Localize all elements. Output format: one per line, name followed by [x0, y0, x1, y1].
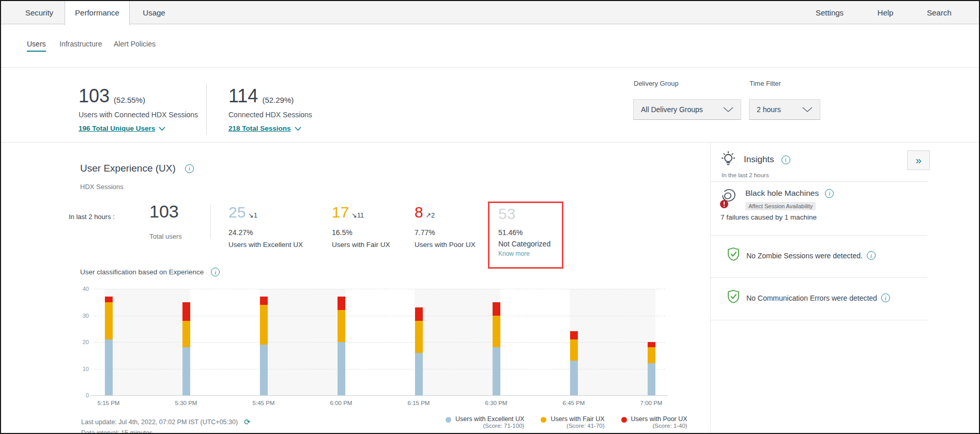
black-hole-description: 7 failures caused by 1 machine	[721, 213, 817, 221]
time-filter-dropdown[interactable]: 2 hours	[749, 99, 820, 120]
communication-errors-text: No Communication Errors were detected	[746, 294, 877, 302]
tab-performance[interactable]: Performance	[65, 1, 130, 25]
bar-segment	[260, 345, 268, 395]
info-icon[interactable]	[867, 251, 876, 260]
time-filter-value: 2 hours	[757, 105, 781, 114]
legend-item[interactable]: Users with Excellent UX(Score: 71-100)	[446, 415, 524, 429]
bar-segment	[182, 347, 190, 395]
x-axis-tick-label: 6:00 PM	[320, 400, 362, 406]
insights-period: In the last 2 hours	[722, 172, 769, 178]
bar-segment	[105, 302, 113, 339]
nav-search[interactable]: Search	[924, 1, 955, 24]
x-axis-tick-label: 6:45 PM	[553, 400, 594, 406]
bar-segment	[338, 297, 345, 310]
info-icon[interactable]	[782, 156, 790, 164]
bar-segment	[338, 310, 345, 342]
legend-item[interactable]: Users with Poor UX(Score: 1-40)	[621, 415, 687, 429]
y-axis-tick-label: 30	[71, 313, 89, 319]
black-hole-header: Black hole Machines	[745, 189, 834, 198]
gridline	[94, 369, 665, 369]
legend-score-range: (Score: 1-40)	[631, 423, 687, 429]
last-update-text: Last update: Jul 4th, 2022, 07:02 PM IST…	[81, 419, 238, 426]
ux-classification-chart: 0102030405:15 PM5:30 PM5:45 PM6:00 PM6:1…	[1, 1, 710, 414]
bar-segment	[493, 302, 500, 316]
data-interval-text: Data interval: 15 minutes	[81, 429, 152, 434]
legend-score-range: (Score: 71-100)	[455, 423, 524, 429]
insights-divider	[710, 320, 927, 320]
info-icon[interactable]	[825, 189, 834, 198]
shield-check-icon	[727, 289, 740, 306]
gridline	[94, 316, 665, 316]
chart-footer: Last update: Jul 4th, 2022, 07:02 PM IST…	[81, 417, 251, 427]
bar-segment	[648, 347, 655, 363]
shield-check-icon	[727, 247, 740, 264]
bar-segment	[493, 316, 500, 348]
y-axis-tick-label: 40	[71, 286, 89, 292]
x-axis-tick-label: 6:15 PM	[398, 400, 439, 406]
insights-expand-button[interactable]	[907, 150, 930, 170]
bar-segment	[260, 305, 268, 345]
time-filter-label: Time Filter	[749, 80, 781, 87]
x-axis-tick-label: 5:15 PM	[88, 400, 129, 406]
bar-segment	[105, 339, 113, 395]
x-axis-tick-label: 5:45 PM	[243, 400, 284, 406]
legend-labels: Users with Excellent UX(Score: 71-100)	[455, 415, 524, 429]
communication-errors-item: No Communication Errors were detected	[746, 293, 890, 302]
x-axis-tick-label: 6:30 PM	[476, 400, 517, 406]
bar-segment	[648, 363, 655, 395]
bar-segment	[570, 331, 578, 339]
legend-labels: Users with Poor UX(Score: 1-40)	[631, 415, 687, 429]
x-axis-tick-label: 7:00 PM	[631, 400, 672, 406]
bar-segment	[182, 302, 190, 321]
lightbulb-icon	[721, 150, 736, 170]
insights-divider	[710, 181, 927, 182]
x-axis-tick-label: 5:30 PM	[165, 400, 207, 406]
dashboard-window: Security Performance Usage Settings Help…	[0, 0, 980, 434]
x-axis-line	[90, 395, 668, 396]
legend-dot-icon	[446, 417, 451, 423]
legend-labels: Users with Fair UX(Score: 41-70)	[550, 415, 604, 429]
insights-divider	[710, 235, 927, 236]
bar-segment	[415, 307, 423, 321]
black-hole-title: Black hole Machines	[745, 189, 819, 198]
bar-segment	[415, 321, 423, 353]
y-axis-tick-label: 0	[71, 392, 89, 398]
chart-legend: Users with Excellent UX(Score: 71-100)Us…	[446, 415, 687, 429]
chevron-down-icon	[723, 107, 733, 112]
zombie-sessions-text: No Zombie Sessions were detected.	[746, 252, 863, 260]
bar-segment	[260, 297, 268, 304]
refresh-icon[interactable]: ⟳	[244, 417, 251, 427]
legend-dot-icon	[621, 417, 627, 423]
bar-segment	[338, 342, 345, 395]
bar-segment	[570, 339, 578, 361]
insights-divider	[710, 277, 927, 278]
insights-title: Insights	[744, 154, 774, 165]
legend-series-name: Users with Poor UX	[631, 415, 687, 423]
legend-series-name: Users with Excellent UX	[455, 415, 524, 423]
gridline	[94, 289, 665, 289]
legend-score-range: (Score: 41-70)	[550, 423, 604, 429]
bar-segment	[648, 342, 655, 347]
insights-header: Insights	[744, 154, 790, 165]
bar-segment	[415, 353, 423, 395]
y-axis-tick-label: 10	[71, 366, 89, 372]
insights-panel-border	[710, 142, 711, 434]
badge-text: Affect Session Availability	[745, 202, 816, 210]
y-axis-tick-label: 20	[71, 339, 89, 345]
zombie-sessions-item: No Zombie Sessions were detected.	[746, 251, 876, 260]
chevron-down-icon	[802, 107, 813, 112]
bar-segment	[570, 361, 578, 395]
legend-item[interactable]: Users with Fair UX(Score: 41-70)	[541, 415, 604, 429]
legend-series-name: Users with Fair UX	[550, 415, 604, 423]
gridline	[94, 342, 665, 343]
bar-segment	[182, 321, 190, 348]
black-hole-icon	[718, 187, 739, 212]
black-hole-badge: Affect Session Availability	[745, 201, 816, 210]
nav-help[interactable]: Help	[874, 1, 897, 24]
bar-segment	[493, 347, 500, 395]
nav-settings[interactable]: Settings	[811, 1, 848, 24]
bar-segment	[105, 297, 113, 302]
legend-dot-icon	[541, 417, 546, 423]
info-icon[interactable]	[881, 293, 890, 302]
